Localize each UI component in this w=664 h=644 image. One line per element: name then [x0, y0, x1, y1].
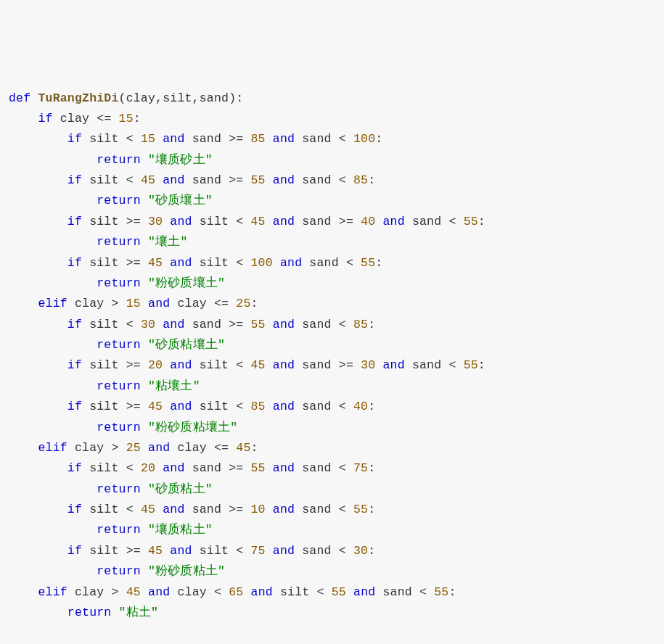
colon: : — [134, 112, 141, 125]
kw-if: if — [67, 544, 82, 558]
kw-return: return — [97, 338, 141, 352]
op-lt: < — [346, 256, 353, 270]
kw-return: return — [97, 523, 141, 537]
kw-return: return — [97, 482, 141, 496]
id-silt: silt — [280, 585, 309, 599]
num-85: 85 — [251, 132, 266, 146]
num-25: 25 — [126, 441, 141, 455]
id-silt: silt — [89, 256, 118, 270]
colon: : — [368, 318, 375, 331]
id-sand: sand — [192, 132, 221, 146]
num-75: 75 — [353, 461, 368, 475]
num-40: 40 — [361, 215, 375, 228]
kw-and: and — [353, 585, 375, 599]
id-silt: silt — [89, 215, 118, 228]
op-lt: < — [236, 544, 243, 558]
str-shazhinianrangtu: "砂质粘壤土" — [148, 338, 225, 352]
op-lt: < — [236, 400, 243, 413]
op-ge: >= — [339, 358, 353, 372]
num-30: 30 — [141, 318, 155, 331]
num-15: 15 — [126, 297, 141, 310]
kw-return: return — [67, 606, 112, 619]
id-clay: clay — [60, 112, 89, 125]
op-ge: >= — [229, 503, 243, 516]
kw-if: if — [67, 461, 82, 475]
id-sand: sand — [192, 173, 221, 187]
op-ge: >= — [126, 215, 141, 228]
num-45: 45 — [141, 503, 155, 516]
op-gt: > — [111, 585, 118, 599]
op-ge: >= — [126, 544, 141, 558]
op-lt: < — [339, 544, 346, 558]
op-lt: < — [316, 585, 324, 599]
num-45: 45 — [148, 544, 163, 558]
kw-and: and — [273, 318, 295, 331]
kw-and: and — [170, 400, 192, 413]
kw-and: and — [163, 503, 184, 516]
kw-and: and — [280, 256, 302, 270]
op-lt: < — [419, 585, 427, 599]
op-ge: >= — [229, 461, 243, 475]
id-sand: sand — [192, 318, 221, 331]
kw-if: if — [67, 503, 82, 516]
kw-elif: elif — [38, 297, 67, 310]
str-fenshazhiniantu: "粉砂质粘土" — [148, 564, 225, 578]
id-sand: sand — [302, 358, 331, 372]
op-ge: >= — [229, 173, 243, 187]
op-ge: >= — [126, 256, 141, 270]
kw-and: and — [382, 215, 404, 228]
num-55: 55 — [361, 256, 375, 270]
kw-and: and — [273, 173, 295, 187]
kw-and: and — [170, 256, 192, 270]
kw-elif: elif — [38, 585, 67, 599]
op-lt: < — [126, 461, 134, 475]
num-45: 45 — [141, 173, 155, 187]
kw-and: and — [148, 297, 170, 310]
id-silt: silt — [89, 173, 118, 187]
str-niantu: "粘土" — [119, 606, 159, 619]
kw-return: return — [97, 564, 141, 578]
kw-and: and — [163, 461, 184, 475]
id-silt: silt — [89, 132, 118, 146]
op-lt: < — [448, 215, 456, 228]
id-clay: clay — [75, 297, 104, 310]
num-85: 85 — [353, 318, 368, 331]
num-10: 10 — [251, 503, 266, 516]
op-lt: < — [126, 173, 134, 187]
id-clay: clay — [177, 297, 206, 310]
kw-if: if — [38, 112, 52, 125]
num-45: 45 — [251, 215, 266, 228]
id-silt: silt — [89, 400, 118, 413]
kw-and: and — [273, 400, 295, 413]
num-65: 65 — [229, 585, 243, 599]
kw-and: and — [163, 132, 184, 146]
str-shazhiniantu: "砂质粘土" — [148, 482, 213, 496]
num-55: 55 — [434, 585, 448, 599]
op-lt: < — [448, 358, 456, 372]
id-clay: clay — [177, 441, 206, 455]
param-clay: clay — [126, 91, 155, 105]
str-fenshazhinianrangtu: "粉砂质粘壤土" — [148, 421, 237, 434]
id-silt: silt — [200, 256, 229, 270]
colon: : — [375, 256, 382, 270]
str-shazhirangtu: "砂质壤土" — [148, 194, 213, 207]
kw-return: return — [97, 276, 141, 290]
num-85: 85 — [251, 400, 266, 413]
kw-return: return — [97, 235, 141, 249]
num-30: 30 — [361, 358, 375, 372]
num-55: 55 — [332, 585, 346, 599]
num-45: 45 — [126, 585, 141, 599]
op-ge: >= — [126, 400, 141, 413]
kw-and: and — [170, 215, 192, 228]
str-rangtu: "壤土" — [148, 235, 188, 249]
id-silt: silt — [89, 358, 118, 372]
num-55: 55 — [251, 461, 266, 475]
kw-and: and — [273, 215, 295, 228]
num-85: 85 — [353, 173, 368, 187]
id-sand: sand — [412, 358, 441, 372]
str-nianrangtu: "粘壤土" — [148, 379, 200, 393]
kw-def: def — [9, 91, 30, 105]
kw-and: and — [382, 358, 404, 372]
kw-and: and — [163, 173, 184, 187]
num-100: 100 — [353, 132, 375, 146]
